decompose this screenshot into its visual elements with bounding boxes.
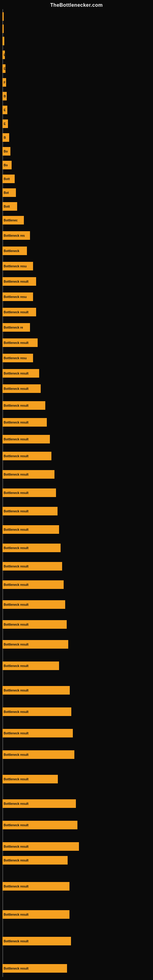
bar-item: Bottleneck resu <box>2 262 33 270</box>
bar-item: Bottleneck resu <box>2 354 33 362</box>
bar-label: Bottleneck re <box>4 326 23 329</box>
bar-item: Bottleneck result <box>2 435 50 444</box>
bar-label: Bottleneck result <box>4 565 29 568</box>
bar-label: Bottleneck result <box>4 845 29 848</box>
bar-item: Bottleneck result <box>2 562 62 571</box>
bar-label: Bottleneck resu <box>4 356 27 360</box>
bar-label: Bo <box>4 164 8 167</box>
bar-item: Bottleneck result <box>2 544 61 552</box>
bar-item: Bo <box>2 147 10 156</box>
bar-label: Bottleneck result <box>4 623 29 626</box>
bar-label: Bottleneck result <box>4 732 29 735</box>
bar-label: Bottleneck result <box>4 546 29 550</box>
bar-item: E <box>2 106 7 114</box>
bar-label: Bott <box>4 205 10 208</box>
bar-item: Bottlenec <box>2 216 24 224</box>
bar-item <box>2 37 4 45</box>
bar-label: Bottleneck result <box>4 491 29 495</box>
bar-item: Bottleneck result <box>2 882 70 891</box>
chart-area: TheBottlenecker.com EEFBEEBBoBoBottBotBo… <box>0 0 153 980</box>
bar-label: Bottleneck resu <box>4 295 27 299</box>
bar-label: Bottleneck result <box>4 967 29 970</box>
bar-item: Bottleneck result <box>2 470 54 479</box>
bar-label: Bottleneck result <box>4 824 29 827</box>
bar-item: Bott <box>2 175 15 183</box>
bar-label: E <box>4 122 6 126</box>
bar-item: Bottleneck result <box>2 964 67 973</box>
bar-item: Bottleneck result <box>2 580 64 589</box>
bar-item: Bottleneck result <box>2 620 67 629</box>
bar-label: F <box>4 81 5 84</box>
bar-label: Bottlenec <box>4 219 18 222</box>
bar-label: Bottleneck result <box>4 913 29 916</box>
bar-item: Bottleneck result <box>2 418 47 426</box>
site-title: TheBottlenecker.com <box>0 0 153 9</box>
bar-item: E <box>2 119 8 128</box>
bar-item: Bottleneck result <box>2 600 65 609</box>
bar-label: Bottleneck resu <box>4 265 27 268</box>
bar-label: Bottleneck result <box>4 372 29 375</box>
bar-item: Bottleneck result <box>2 937 71 945</box>
bar-item: Bottleneck result <box>2 910 70 919</box>
bar-label: Bottleneck result <box>4 885 29 888</box>
bar-item: Bottleneck result <box>2 507 57 515</box>
bar-label: Bottleneck result <box>4 387 29 390</box>
bar-label: B <box>4 136 6 139</box>
bar-label: Bottleneck result <box>4 310 29 314</box>
bar-label: Bottleneck result <box>4 438 29 441</box>
bar-label: Bottleneck result <box>4 643 29 646</box>
bar-item: Bottleneck result <box>2 856 68 865</box>
bar-label: Bot <box>4 191 9 194</box>
bar-label: Bo <box>4 150 8 153</box>
bar-item: Bottleneck re <box>2 323 30 332</box>
bar-label: Bottleneck result <box>4 664 29 668</box>
bar-item: Bottleneck result <box>2 640 68 649</box>
bar-item <box>2 12 4 21</box>
bar-item: Bottleneck result <box>2 525 59 534</box>
bar-item: Bottleneck result <box>2 662 59 670</box>
bar-item: Bottleneck result <box>2 842 79 851</box>
bar-label: Bottleneck result <box>4 341 29 345</box>
bar-item: Bottleneck result <box>2 686 70 695</box>
bar-label: E <box>4 53 5 57</box>
bar-label: Bottleneck result <box>4 583 29 587</box>
bar-item: Bottleneck result <box>2 729 73 737</box>
bar-item: Bottleneck result <box>2 488 56 497</box>
bar-label: Bottleneck result <box>4 940 29 943</box>
bar-label: Bottleneck result <box>4 802 29 805</box>
bar-item: Bottleneck <box>2 247 27 255</box>
bar-item: Bottleneck result <box>2 401 45 410</box>
bar-label: Bottleneck result <box>4 421 29 424</box>
bar-label: Bottleneck result <box>4 473 29 476</box>
bar-label: Bottleneck result <box>4 778 29 781</box>
bar-item: Bot <box>2 188 16 197</box>
bar-item: Bottleneck result <box>2 339 38 347</box>
bar-label: Bottleneck result <box>4 603 29 606</box>
bar-item: Bottleneck result <box>2 452 51 460</box>
bar-item: E <box>2 64 5 73</box>
bar-label: Bottleneck result <box>4 510 29 513</box>
bar-item: Bottleneck result <box>2 799 76 808</box>
bar-item: B <box>2 133 9 142</box>
bar-label: Bottleneck result <box>4 689 29 692</box>
bar-label: E <box>4 108 6 112</box>
bar-label: Bottleneck <box>4 249 19 253</box>
bar-item: Bottleneck result <box>2 750 74 759</box>
bar-label: B <box>4 95 6 98</box>
bar-item: Bottleneck result <box>2 775 58 783</box>
bar-label: Bott <box>4 177 10 181</box>
bar-label: Bottleneck result <box>4 710 29 714</box>
bar-item: Bo <box>2 161 12 169</box>
bar-item: Bottleneck result <box>2 384 41 393</box>
bar-item: Bottleneck result <box>2 277 36 286</box>
bar-item: Bottleneck result <box>2 369 39 378</box>
bar-label: Bottleneck result <box>4 455 29 458</box>
bar-label: Bottleneck result <box>4 528 29 531</box>
bar-item: Bottleneck result <box>2 821 77 829</box>
bar-label: Bottleneck result <box>4 404 29 407</box>
bar-item: Bottleneck res <box>2 231 30 240</box>
bar-item: Bottleneck result <box>2 308 36 317</box>
bar-label: Bottleneck result <box>4 753 29 756</box>
bar-label: E <box>4 67 5 70</box>
bar-item <box>2 24 4 33</box>
